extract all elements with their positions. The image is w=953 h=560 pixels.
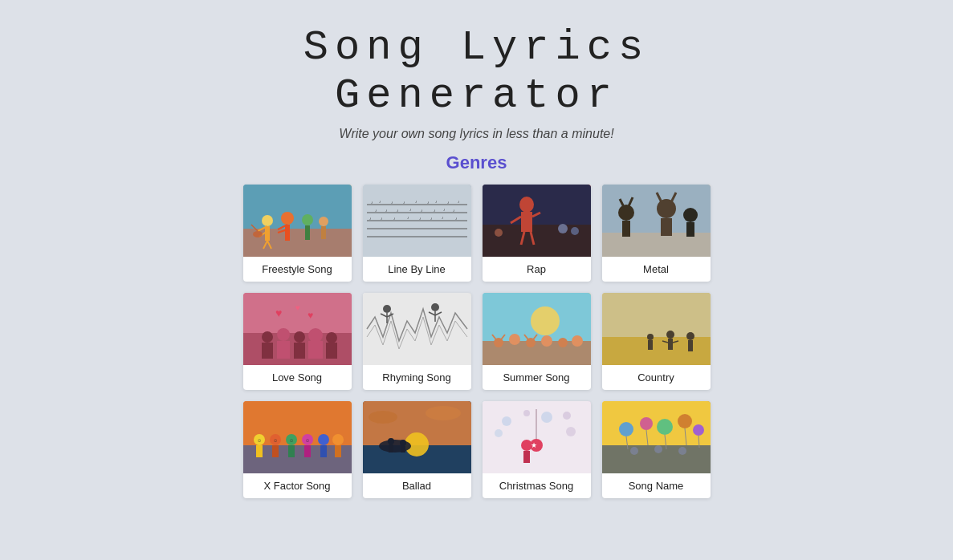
card-label-songname: Song Name (602, 473, 711, 498)
card-label-summer: Summer Song (483, 365, 591, 390)
card-image-xfactor: ☺ ☺ ☺ ☺ (243, 401, 352, 473)
svg-text:☺: ☺ (257, 438, 262, 443)
svg-point-14 (302, 214, 313, 225)
svg-point-118 (647, 334, 654, 340)
svg-rect-119 (648, 340, 653, 350)
svg-rect-111 (602, 337, 711, 365)
card-xfactor[interactable]: ☺ ☺ ☺ ☺ X Factor Song (243, 401, 352, 498)
svg-point-174 (678, 447, 686, 455)
page-title: Song Lyrics Generator (303, 24, 650, 120)
svg-point-81 (326, 332, 337, 343)
card-label-linebyline: Line By Line (363, 257, 471, 282)
card-label-metal: Metal (602, 257, 711, 282)
card-rap[interactable]: Rap (483, 185, 591, 282)
svg-rect-63 (622, 221, 630, 237)
card-metal[interactable]: Metal (602, 185, 711, 282)
svg-point-168 (678, 414, 692, 428)
svg-text:☺: ☺ (289, 438, 294, 443)
card-label-xfactor: X Factor Song (243, 473, 352, 498)
genres-grid: Freestyle Song ♪♪♪ ♪♪♪ ♪♪♪ ♪♪♪ ♪♪♪ ♪♪ ♪♪… (243, 185, 711, 498)
svg-rect-11 (285, 225, 290, 241)
svg-rect-123 (256, 445, 263, 457)
card-songname[interactable]: Song Name (602, 401, 711, 498)
card-christmas[interactable]: ★ Christmas Song (483, 401, 591, 498)
card-image-lovesong: ♥ ♥ ♥ (243, 293, 352, 365)
svg-point-154 (566, 427, 576, 436)
svg-point-147 (426, 406, 461, 420)
svg-point-97 (531, 306, 560, 335)
card-image-christmas: ★ (483, 401, 591, 473)
svg-text:☺: ☺ (273, 438, 278, 443)
svg-rect-129 (304, 445, 311, 457)
svg-rect-71 (686, 222, 694, 237)
svg-point-130 (318, 434, 329, 445)
svg-rect-127 (288, 445, 295, 457)
card-image-freestyle (243, 185, 352, 257)
svg-rect-83 (277, 341, 290, 359)
svg-text:♥: ♥ (275, 306, 282, 319)
svg-rect-52 (521, 212, 532, 232)
svg-rect-131 (320, 445, 327, 457)
svg-point-170 (693, 424, 704, 436)
svg-point-103 (558, 338, 568, 347)
svg-text:♥: ♥ (307, 310, 313, 321)
card-freestyle[interactable]: Freestyle Song (243, 185, 352, 282)
svg-point-132 (332, 434, 344, 445)
svg-text:☺: ☺ (305, 438, 310, 443)
card-image-songname (602, 401, 711, 473)
svg-point-57 (495, 229, 503, 237)
card-rhyming[interactable]: Rhyming Song (363, 293, 471, 390)
svg-point-66 (657, 199, 676, 218)
card-label-ballad: Ballad (363, 473, 471, 498)
card-image-linebyline: ♪♪♪ ♪♪♪ ♪♪♪ ♪♪♪ ♪♪♪ ♪♪ ♪♪♪ ♪♪♪ ♪♪ (363, 185, 471, 257)
svg-point-164 (640, 417, 653, 430)
card-label-country: Country (602, 365, 711, 390)
card-label-lovesong: Love Song (243, 365, 352, 390)
genres-heading: Genres (446, 152, 507, 173)
svg-rect-3 (265, 226, 270, 241)
svg-point-166 (657, 419, 673, 435)
svg-point-142 (388, 438, 394, 444)
card-summer[interactable]: Summer Song (483, 293, 591, 390)
svg-point-59 (571, 227, 579, 235)
card-label-rhyming: Rhyming Song (363, 365, 471, 390)
svg-rect-85 (308, 341, 323, 359)
svg-rect-82 (262, 343, 273, 359)
svg-point-102 (541, 335, 552, 347)
svg-point-92 (431, 303, 439, 311)
card-image-summer (483, 293, 591, 365)
svg-point-150 (523, 410, 530, 416)
svg-text:★: ★ (531, 441, 537, 449)
svg-point-172 (630, 447, 638, 455)
svg-point-80 (308, 328, 323, 343)
svg-rect-133 (335, 445, 341, 457)
card-label-rap: Rap (483, 257, 591, 282)
card-image-rap (483, 185, 591, 257)
svg-point-77 (262, 331, 273, 343)
card-lovesong[interactable]: ♥ ♥ ♥ Love Song (243, 293, 352, 390)
svg-point-79 (294, 331, 305, 343)
svg-rect-67 (661, 218, 672, 236)
svg-point-104 (572, 335, 583, 347)
card-linebyline[interactable]: ♪♪♪ ♪♪♪ ♪♪♪ ♪♪♪ ♪♪♪ ♪♪ ♪♪♪ ♪♪♪ ♪♪ Line B… (363, 185, 471, 282)
card-label-christmas: Christmas Song (483, 473, 591, 498)
card-ballad[interactable]: Ballad (363, 401, 471, 498)
svg-point-10 (281, 212, 294, 225)
svg-point-78 (277, 328, 290, 341)
svg-point-8 (253, 231, 263, 237)
svg-rect-113 (668, 339, 673, 350)
svg-rect-145 (401, 446, 405, 452)
card-country[interactable]: Country (602, 293, 711, 390)
card-image-rhyming (363, 293, 471, 365)
svg-point-146 (369, 411, 397, 424)
svg-point-152 (563, 412, 571, 420)
card-image-country (602, 293, 711, 365)
svg-point-16 (319, 217, 328, 226)
svg-point-62 (618, 205, 634, 221)
card-image-metal (602, 185, 711, 257)
card-label-freestyle: Freestyle Song (243, 257, 352, 282)
svg-point-144 (400, 440, 406, 446)
svg-point-58 (558, 224, 568, 233)
svg-point-162 (619, 422, 633, 436)
svg-point-149 (502, 416, 511, 426)
